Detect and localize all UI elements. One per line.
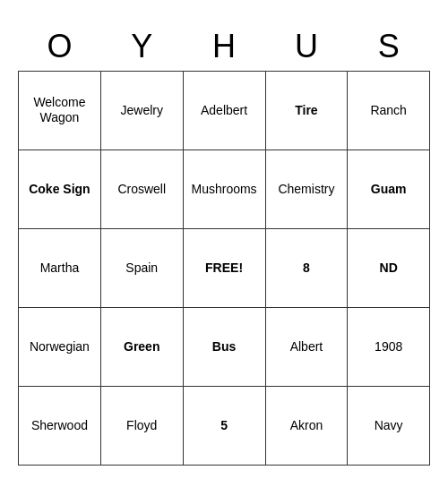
bingo-card: OYHUS Welcome WagonJewelryAdelbertTireRa… [18, 22, 430, 466]
table-cell: Albert [265, 307, 348, 386]
table-cell: Bus [183, 307, 265, 386]
header-cell: U [265, 22, 348, 72]
table-cell: Sherwood [19, 386, 101, 465]
table-cell: 5 [183, 386, 265, 465]
table-cell: Akron [265, 386, 348, 465]
header-cell: Y [100, 22, 183, 72]
table-row: MarthaSpainFREE!8ND [19, 228, 430, 307]
header-row: OYHUS [19, 22, 430, 72]
table-cell: 1908 [348, 307, 430, 386]
table-cell: Martha [19, 228, 101, 307]
table-cell: FREE! [183, 228, 265, 307]
table-row: NorwegianGreenBusAlbert1908 [19, 307, 430, 386]
header-cell: H [183, 22, 265, 72]
table-cell: Spain [100, 228, 183, 307]
table-cell: Norwegian [19, 307, 101, 386]
table-cell: Guam [348, 150, 430, 228]
table-cell: Tire [265, 71, 348, 150]
table-cell: Welcome Wagon [19, 71, 101, 150]
table-cell: Mushrooms [183, 150, 265, 228]
table-cell: Floyd [100, 386, 183, 465]
table-cell: Green [100, 307, 183, 386]
table-row: Coke SignCroswellMushroomsChemistryGuam [19, 150, 430, 228]
header-cell: O [19, 22, 101, 72]
table-cell: Croswell [100, 150, 183, 228]
table-cell: Coke Sign [19, 150, 101, 228]
table-row: SherwoodFloyd5AkronNavy [19, 386, 430, 465]
table-cell: Navy [348, 386, 430, 465]
table-cell: ND [348, 228, 430, 307]
table-cell: 8 [265, 228, 348, 307]
table-cell: Ranch [348, 71, 430, 150]
table-cell: Chemistry [265, 150, 348, 228]
table-cell: Jewelry [100, 71, 183, 150]
header-cell: S [348, 22, 430, 72]
table-row: Welcome WagonJewelryAdelbertTireRanch [19, 71, 430, 150]
table-cell: Adelbert [183, 71, 265, 150]
